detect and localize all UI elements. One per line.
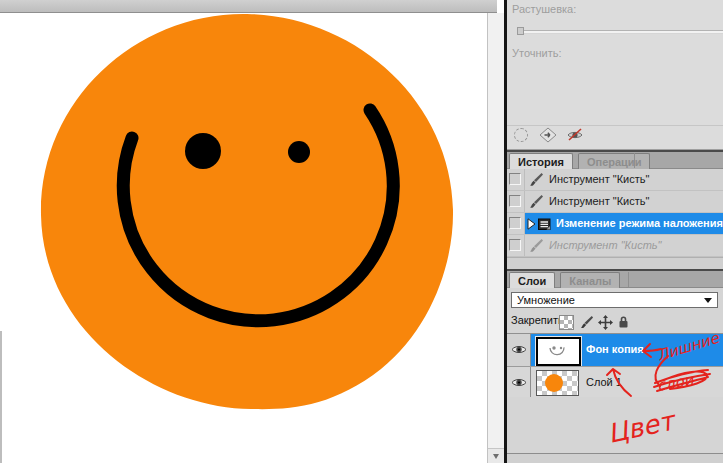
blend-mode-value: Умножение bbox=[517, 293, 575, 307]
brush-icon[interactable] bbox=[579, 315, 594, 332]
window-left-border bbox=[0, 331, 2, 463]
scroll-down-button[interactable] bbox=[488, 448, 504, 463]
history-row-label: Инструмент "Кисть" bbox=[549, 169, 723, 190]
diamond-arrow-icon[interactable] bbox=[539, 127, 557, 145]
brush-icon bbox=[528, 172, 544, 190]
layers-panel-body: Умножение Закрепить: bbox=[507, 289, 723, 463]
scroll-down-arrow-icon bbox=[493, 454, 499, 459]
canvas-vertical-scrollbar[interactable] bbox=[487, 13, 504, 463]
smiley-drawing bbox=[0, 13, 487, 463]
history-row-label: Инструмент "Кисть" bbox=[549, 235, 723, 256]
checkerboard-icon[interactable] bbox=[559, 315, 574, 330]
refine-label: Уточнить: bbox=[512, 47, 562, 59]
history-state-pointer-icon bbox=[527, 218, 536, 232]
feather-slider-handle[interactable] bbox=[517, 27, 524, 35]
selection-options-panel: Растушевка: Уточнить: bbox=[507, 0, 723, 150]
layer-thumbnail-orange-circle[interactable] bbox=[536, 370, 579, 396]
eye-icon bbox=[511, 377, 527, 388]
icon-row-separator bbox=[507, 125, 723, 126]
history-source-checkbox[interactable] bbox=[509, 217, 521, 229]
canvas-area[interactable] bbox=[0, 13, 487, 463]
layer-visibility-cell[interactable] bbox=[507, 367, 531, 397]
eye-icon bbox=[511, 344, 527, 355]
feather-label: Растушевка: bbox=[512, 3, 576, 15]
history-row-selected[interactable]: Изменение режима наложения bbox=[507, 213, 723, 235]
blend-mode-icon bbox=[537, 217, 552, 234]
layer-name: Фон копия bbox=[586, 334, 644, 365]
dashed-circle-icon[interactable] bbox=[514, 128, 528, 142]
tab-history[interactable]: История bbox=[509, 153, 573, 169]
layer-row-fon-kopiya[interactable]: Фон копия bbox=[507, 334, 723, 366]
history-column-line bbox=[524, 191, 525, 212]
chevron-down-icon bbox=[704, 298, 712, 303]
layers-tabbar: Слои Каналы bbox=[507, 271, 723, 288]
layers-panel-footer bbox=[507, 454, 723, 463]
feather-slider[interactable] bbox=[517, 30, 723, 34]
history-row[interactable]: Инструмент "Кисть" bbox=[507, 169, 723, 191]
history-row[interactable]: Инструмент "Кисть" bbox=[507, 191, 723, 213]
tab-channels[interactable]: Каналы bbox=[560, 272, 620, 288]
history-list: Инструмент "Кисть" Инструмент "Кисть" bbox=[507, 169, 723, 257]
history-row-undone[interactable]: Инструмент "Кисть" bbox=[507, 235, 723, 257]
history-row-label: Изменение режима наложения bbox=[556, 213, 723, 234]
history-source-checkbox[interactable] bbox=[509, 173, 521, 185]
lock-icon[interactable] bbox=[618, 315, 629, 331]
blend-mode-select[interactable]: Умножение bbox=[511, 292, 718, 308]
tabbar-line bbox=[634, 153, 635, 168]
history-tabbar: История Операции bbox=[507, 152, 723, 169]
brush-icon bbox=[528, 238, 544, 256]
history-column-line bbox=[524, 213, 525, 234]
history-column-line bbox=[524, 235, 525, 256]
move-icon[interactable] bbox=[598, 315, 613, 332]
smiley-left-eye bbox=[185, 133, 221, 169]
layer-visibility-cell[interactable] bbox=[507, 334, 531, 366]
tab-actions[interactable]: Операции bbox=[578, 153, 650, 169]
document-titlebar[interactable] bbox=[0, 0, 497, 13]
layer-row-sloy-1[interactable]: Слой 1 bbox=[507, 366, 723, 397]
panel-column: Растушевка: Уточнить: История Операции bbox=[507, 0, 723, 463]
tab-layers[interactable]: Слои bbox=[509, 272, 555, 288]
history-source-checkbox[interactable] bbox=[509, 195, 521, 207]
brush-icon bbox=[528, 194, 544, 212]
layer-thumbnail-smiley-sketch[interactable] bbox=[536, 337, 581, 366]
history-column-line bbox=[524, 169, 525, 190]
layer-name: Слой 1 bbox=[586, 367, 622, 398]
smiley-right-eye bbox=[288, 141, 310, 163]
history-panel-footer bbox=[507, 257, 723, 269]
history-row-label: Инструмент "Кисть" bbox=[549, 191, 723, 212]
eye-disabled-icon[interactable] bbox=[566, 127, 584, 144]
tabbar-line bbox=[628, 272, 629, 287]
history-source-checkbox[interactable] bbox=[509, 239, 521, 251]
